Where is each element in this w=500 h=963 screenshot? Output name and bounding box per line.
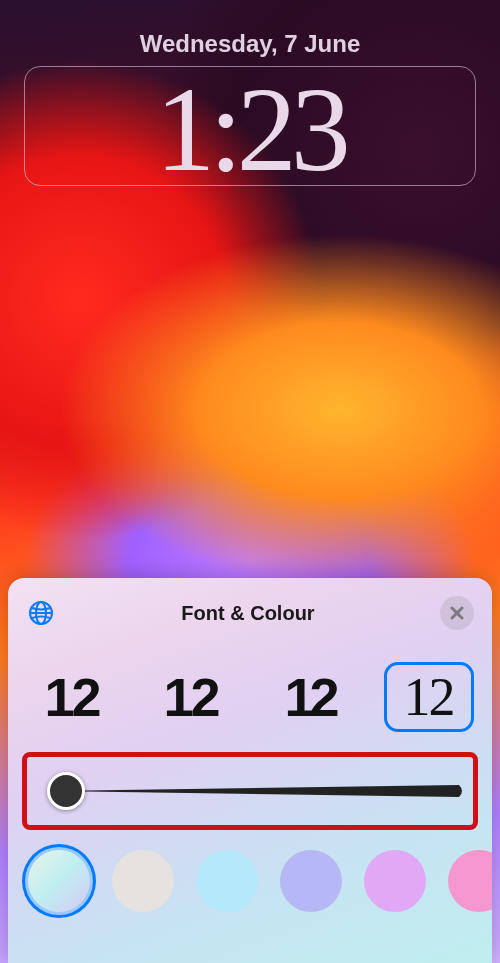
- font-option-1[interactable]: 12: [27, 662, 117, 732]
- clock-time: 1:23: [155, 70, 344, 190]
- weight-slider-highlight: [22, 752, 478, 830]
- weight-slider[interactable]: [45, 785, 455, 797]
- color-swatch-6[interactable]: [448, 850, 492, 912]
- globe-icon[interactable]: [26, 598, 56, 628]
- color-swatch-3[interactable]: [196, 850, 258, 912]
- close-icon: [450, 606, 464, 620]
- color-swatch-2[interactable]: [112, 850, 174, 912]
- color-swatch-row: [8, 830, 492, 912]
- font-options-row: 12 12 12 12: [8, 662, 492, 732]
- font-option-2[interactable]: 12: [146, 662, 236, 732]
- color-swatch-4[interactable]: [280, 850, 342, 912]
- color-swatch-5[interactable]: [364, 850, 426, 912]
- font-colour-sheet: Font & Colour 12 12 12 12: [8, 578, 492, 963]
- date-label[interactable]: Wednesday, 7 June: [0, 30, 500, 58]
- sheet-header: Font & Colour: [8, 578, 492, 638]
- font-option-4[interactable]: 12: [384, 662, 474, 732]
- font-option-3[interactable]: 12: [265, 662, 355, 732]
- sheet-title: Font & Colour: [181, 602, 314, 625]
- clock-container[interactable]: 1:23: [24, 66, 476, 186]
- close-button[interactable]: [440, 596, 474, 630]
- slider-thumb[interactable]: [47, 772, 85, 810]
- color-swatch-1[interactable]: [28, 850, 90, 912]
